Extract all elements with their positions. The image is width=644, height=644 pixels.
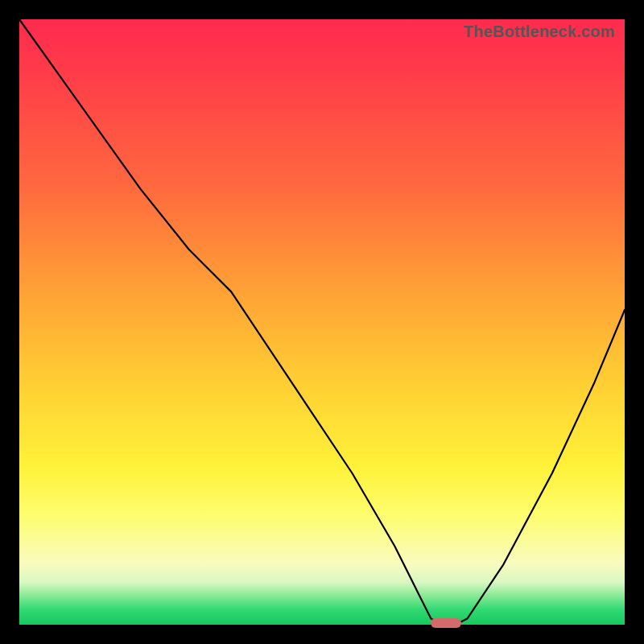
bottleneck-curve — [19, 19, 625, 625]
chart-frame: TheBottleneck.com — [0, 0, 644, 644]
curve-path — [19, 19, 625, 625]
optimal-marker — [431, 618, 461, 628]
plot-area: TheBottleneck.com — [19, 19, 625, 625]
